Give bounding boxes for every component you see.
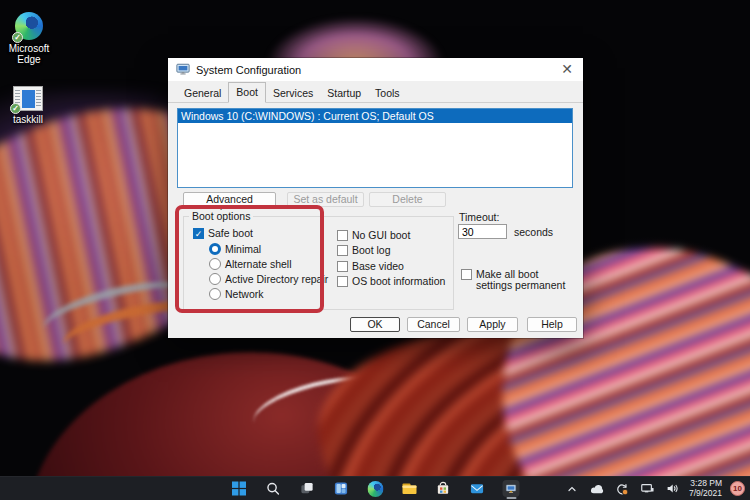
radio-icon[interactable] — [209, 258, 221, 270]
tray-date: 7/9/2021 — [689, 489, 722, 499]
search-icon[interactable] — [265, 480, 282, 497]
desktop-icon-taskkill[interactable]: ✓ taskkill — [0, 86, 56, 125]
tab-boot[interactable]: Boot — [228, 82, 266, 103]
speaker-icon[interactable] — [664, 480, 681, 497]
cancel-button[interactable]: Cancel — [407, 317, 460, 332]
dialog-title: System Configuration — [196, 64, 301, 76]
file-explorer-icon[interactable] — [401, 480, 418, 497]
delete-button[interactable]: Delete — [369, 192, 446, 207]
boot-log-checkbox[interactable]: Boot log — [337, 244, 391, 256]
taskbar-center-icons — [231, 477, 520, 500]
radio-alternate-shell[interactable]: Alternate shell — [209, 258, 292, 270]
make-permanent-checkbox[interactable]: Make all boot settings permanent — [461, 269, 576, 291]
advanced-options-button[interactable]: Advanced options... — [183, 192, 276, 207]
radio-network[interactable]: Network — [209, 288, 264, 300]
boot-entry-selected[interactable]: Windows 10 (C:\WINDOWS) : Current OS; De… — [178, 109, 572, 123]
safe-boot-checkbox[interactable]: ✓ Safe boot — [193, 227, 253, 239]
system-configuration-dialog: System Configuration ✕ General Boot Serv… — [168, 58, 583, 338]
close-icon[interactable]: ✕ — [561, 60, 573, 78]
taskbar-clock[interactable]: 3:28 PM 7/9/2021 — [689, 479, 722, 498]
no-gui-boot-checkbox[interactable]: No GUI boot — [337, 229, 410, 241]
wallpaper-dome-highlight — [248, 366, 391, 445]
desktop: ✓ Microsoft Edge ✓ taskkill System Confi… — [0, 0, 750, 500]
help-button[interactable]: Help — [527, 317, 577, 332]
wallpaper-dome — [12, 330, 478, 500]
notification-count-badge[interactable]: 10 — [730, 481, 745, 496]
checkbox-icon[interactable] — [337, 245, 348, 256]
tab-startup[interactable]: Startup — [320, 85, 368, 102]
sync-check-icon: ✓ — [12, 32, 23, 43]
os-boot-information-checkbox[interactable]: OS boot information — [337, 275, 445, 287]
ok-button[interactable]: OK — [350, 317, 400, 332]
radio-icon[interactable] — [209, 273, 221, 285]
sync-check-icon: ✓ — [10, 103, 21, 114]
apply-button[interactable]: Apply — [467, 317, 518, 332]
desktop-icon-microsoft-edge[interactable]: ✓ Microsoft Edge — [1, 12, 57, 65]
taskbar: 3:28 PM 7/9/2021 10 — [0, 476, 750, 500]
tab-tools[interactable]: Tools — [368, 85, 407, 102]
boot-options-group-label: Boot options — [189, 210, 253, 222]
task-view-icon[interactable] — [299, 480, 316, 497]
dialog-titlebar[interactable]: System Configuration ✕ — [168, 58, 583, 81]
update-sync-icon[interactable] — [614, 480, 631, 497]
tray-chevron-up-icon[interactable] — [564, 480, 581, 497]
timeout-input[interactable] — [458, 224, 507, 239]
set-as-default-button[interactable]: Set as default — [287, 192, 364, 207]
timeout-unit-label: seconds — [514, 226, 553, 238]
tab-services[interactable]: Services — [266, 85, 320, 102]
microsoft-store-icon[interactable] — [435, 480, 452, 497]
wallpaper-dark-corner — [582, 0, 750, 255]
checkbox-checked-icon[interactable]: ✓ — [193, 228, 204, 239]
checkbox-icon[interactable] — [337, 230, 348, 241]
onedrive-cloud-icon[interactable] — [589, 480, 606, 497]
radio-minimal[interactable]: Minimal — [209, 243, 261, 255]
radio-active-directory-repair[interactable]: Active Directory repair — [209, 273, 328, 285]
start-button[interactable] — [231, 480, 248, 497]
desktop-icon-label: taskkill — [0, 114, 56, 125]
tab-general[interactable]: General — [177, 85, 228, 102]
radio-icon[interactable] — [209, 288, 221, 300]
system-configuration-taskbar-icon[interactable] — [503, 480, 520, 497]
desktop-icon-label: Microsoft Edge — [1, 43, 57, 65]
checkbox-icon[interactable] — [337, 276, 348, 287]
msconfig-app-icon — [176, 63, 190, 76]
network-icon[interactable] — [639, 480, 656, 497]
widgets-icon[interactable] — [333, 480, 350, 497]
boot-entries-list[interactable]: Windows 10 (C:\WINDOWS) : Current OS; De… — [177, 108, 573, 188]
timeout-label: Timeout: — [459, 211, 499, 223]
edge-browser-icon[interactable] — [367, 480, 384, 497]
checkbox-icon[interactable] — [461, 269, 472, 280]
checkbox-icon[interactable] — [337, 261, 348, 272]
radio-selected-icon[interactable] — [209, 243, 221, 255]
system-tray: 3:28 PM 7/9/2021 10 — [564, 477, 745, 500]
base-video-checkbox[interactable]: Base video — [337, 260, 404, 272]
mail-icon[interactable] — [469, 480, 486, 497]
tab-strip: General Boot Services Startup Tools — [168, 84, 583, 103]
